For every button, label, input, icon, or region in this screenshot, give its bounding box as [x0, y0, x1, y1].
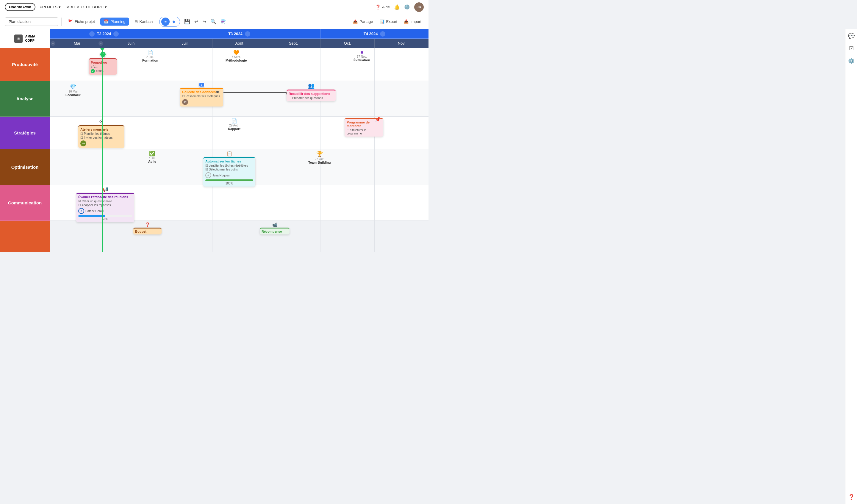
- task-recompense[interactable]: 📹 Récompense: [260, 222, 289, 234]
- toolbar: 🚩 Fiche projet 📅 Planning ⊞ Kanban ≡ ◆ 💾…: [0, 14, 428, 29]
- task-mentorat[interactable]: 📌 Programme de mentorat ☐ Structurer le …: [345, 118, 383, 137]
- gantt-grid: + T2 2024 − T3 2024 − T4 2024 − + Mai −: [50, 29, 428, 252]
- row-strategies: ⊙ Ateliers mensuels ☐ Planifier les thèm…: [50, 117, 428, 149]
- save-btn[interactable]: 💾: [183, 18, 191, 26]
- t4-collapse-btn[interactable]: −: [380, 31, 385, 37]
- label-strategies: Stratégies: [0, 117, 50, 149]
- company-header: ⊞ AMMACORP: [0, 29, 50, 48]
- list-view-btn[interactable]: ≡: [161, 18, 170, 26]
- partage-btn[interactable]: 📤 Partage: [351, 18, 375, 25]
- task-automatiser[interactable]: 📋 Automatiser les tâches ☑ dentifier les…: [203, 151, 255, 187]
- month-sept: Sept.: [266, 39, 320, 48]
- task-agile[interactable]: ✅ 7 Juil. Agile: [148, 151, 156, 163]
- task-evaluation[interactable]: ■ 17 Nov. Évaluation: [354, 50, 370, 62]
- label-extra: [0, 221, 50, 252]
- label-communication: Communication: [0, 185, 50, 221]
- quarter-t3: T3 2024 −: [158, 29, 320, 38]
- label-optimisation: Optimisation: [0, 149, 50, 185]
- month-juin: Juin: [104, 39, 158, 48]
- task-teambuilding[interactable]: 🏆 27 Oct. Team-Building: [308, 151, 331, 164]
- top-nav: Bubble Plan PROJETS ▾ TABLEAUX DE BORD ▾…: [0, 0, 428, 14]
- settings-icon[interactable]: ⚙️: [404, 4, 410, 10]
- avatar[interactable]: JR: [414, 2, 424, 12]
- connector-analyse: ▶: [223, 92, 287, 93]
- row-analyse: 💎 16 Mai Feedback 🖥 Collecte des données…: [50, 81, 428, 117]
- filter-btn[interactable]: ⚗️: [219, 18, 228, 26]
- gantt-area: ⊞ AMMACORP Productivité Analyse Stratégi…: [0, 29, 428, 252]
- task-evaluer-reunions[interactable]: 📢 Évaluer l'efficacité des réunions ☑ Cr…: [76, 187, 134, 222]
- mai-minus[interactable]: +: [51, 41, 55, 46]
- task-pomodoro[interactable]: ✓ Pomodoro ≡ V... ✓ 100%: [89, 51, 117, 75]
- project-name-input[interactable]: [5, 17, 58, 26]
- task-recueillir[interactable]: 👥 Recueillir des suggestions ☐ Préparer …: [287, 82, 336, 101]
- label-productivite: Productivité: [0, 48, 50, 81]
- task-rapport[interactable]: 📄 29 Août Rapport: [228, 118, 240, 131]
- import-btn[interactable]: 📥 Import: [401, 18, 424, 25]
- task-ateliers[interactable]: ⊙ Ateliers mensuels ☐ Planifier les thèm…: [78, 118, 124, 148]
- t3-collapse-btn[interactable]: −: [245, 31, 250, 37]
- undo-btn[interactable]: ↩: [193, 18, 199, 26]
- redo-btn[interactable]: ↪: [201, 18, 207, 26]
- gantt-rows: ✓ Pomodoro ≡ V... ✓ 100% 📄 2 Juil.: [50, 48, 428, 252]
- quarter-t4: T4 2024 −: [320, 29, 428, 38]
- today-triangle: [100, 48, 104, 51]
- t2-expand-btn[interactable]: +: [89, 31, 95, 37]
- task-formation[interactable]: 📄 2 Juil. Formation: [142, 50, 158, 62]
- company-icon: ⊞: [14, 34, 22, 43]
- month-oct: Oct.: [320, 39, 375, 48]
- t2-collapse-btn[interactable]: −: [113, 31, 119, 37]
- search-btn[interactable]: 🔍: [209, 18, 218, 26]
- export-btn[interactable]: 📊 Export: [377, 18, 400, 25]
- month-aout: Août: [213, 39, 267, 48]
- task-methodologie[interactable]: 🧡 7 Sept. Méthodologie: [225, 50, 247, 62]
- view-toggle: ≡ ◆: [159, 17, 180, 27]
- label-analyse: Analyse: [0, 81, 50, 117]
- today-line: [102, 48, 103, 252]
- row-labels: ⊞ AMMACORP Productivité Analyse Stratégi…: [0, 29, 50, 252]
- mai-plus[interactable]: −: [99, 41, 103, 46]
- task-budget[interactable]: ❓ Budget: [133, 222, 162, 234]
- aide-btn[interactable]: ❓ Aide: [375, 4, 390, 10]
- row-communication: 📢 Évaluer l'efficacité des réunions ☑ Cr…: [50, 185, 428, 221]
- quarter-t2: + T2 2024 −: [50, 29, 158, 38]
- row-optimisation: ✅ 7 Juil. Agile 📋 Automatiser les tâches…: [50, 149, 428, 185]
- month-juil: Juil.: [158, 39, 213, 48]
- task-feedback[interactable]: 💎 16 Mai Feedback: [65, 83, 81, 97]
- kanban-btn[interactable]: ⊞ Kanban: [131, 18, 156, 26]
- logo[interactable]: Bubble Plan: [5, 3, 35, 11]
- quarters-row: + T2 2024 − T3 2024 − T4 2024 −: [50, 29, 428, 39]
- planning-btn[interactable]: 📅 Planning: [100, 18, 129, 26]
- row-productivite: ✓ Pomodoro ≡ V... ✓ 100% 📄 2 Juil.: [50, 48, 428, 81]
- months-row: + Mai − Juin Juil. Août Sept. Oct. Nov.: [50, 39, 428, 48]
- tableaux-nav[interactable]: TABLEAUX DE BORD ▾: [65, 5, 107, 9]
- fiche-projet-btn[interactable]: 🚩 Fiche projet: [65, 18, 99, 26]
- notifications-icon[interactable]: 🔔: [394, 4, 400, 10]
- projets-nav[interactable]: PROJETS ▾: [39, 5, 61, 9]
- month-mai: + Mai −: [50, 39, 104, 48]
- month-nov: Nov.: [375, 39, 428, 48]
- bubble-view-btn[interactable]: ◆: [170, 18, 178, 26]
- task-collecte[interactable]: 🖥 Collecte des données ☐ Rassembler les …: [180, 82, 223, 106]
